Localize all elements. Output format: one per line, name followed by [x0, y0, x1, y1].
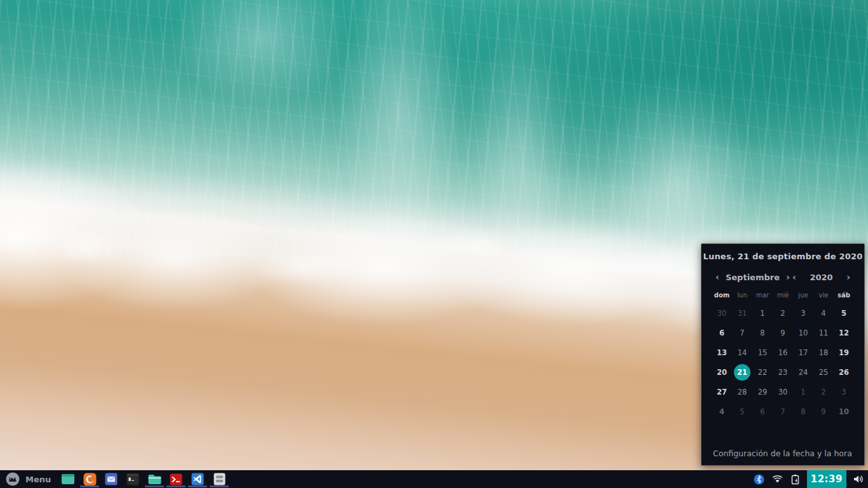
calendar-day[interactable]: 10 [834, 402, 854, 421]
battery-charging-icon [790, 474, 801, 485]
calendar-day-number: 15 [758, 348, 768, 357]
calendar-day[interactable]: 7 [732, 323, 752, 342]
weekday-header: vie [813, 292, 834, 299]
calendar-day-number: 30 [717, 309, 727, 318]
bluetooth-applet[interactable] [750, 470, 768, 488]
show-desktop-button[interactable] [57, 470, 79, 488]
calendar-day[interactable]: 3 [793, 303, 813, 323]
taskbar-app-preferences[interactable] [208, 470, 230, 488]
firefox-icon [83, 473, 97, 486]
weekday-header: mar [752, 292, 773, 299]
calendar-month-nav: ‹ Septiembre › [714, 272, 791, 282]
running-indicator [188, 485, 207, 487]
taskbar-panel: Menu [0, 470, 868, 488]
calendar-day[interactable]: 22 [752, 362, 773, 382]
calendar-day[interactable]: 9 [813, 402, 834, 421]
clock-applet[interactable]: 12:39 [807, 470, 846, 488]
calendar-day-number: 8 [760, 329, 764, 337]
calendar-day[interactable]: 3 [834, 382, 854, 402]
year-prev-button[interactable]: ‹ [791, 272, 797, 282]
power-applet[interactable] [787, 470, 804, 488]
calendar-day-number: 26 [839, 368, 849, 377]
calendar-day[interactable]: 11 [813, 323, 834, 342]
calendar-day[interactable]: 30 [773, 382, 793, 402]
volume-icon [853, 474, 864, 484]
calendar-day-number: 4 [821, 309, 825, 318]
terminal-icon [126, 473, 139, 485]
calendar-day[interactable]: 29 [752, 382, 773, 402]
taskbar-app-terminal[interactable] [122, 470, 144, 488]
calendar-date-title: Lunes, 21 de septiembre de 2020 [702, 252, 864, 261]
calendar-day[interactable]: 8 [793, 402, 813, 421]
network-applet[interactable] [768, 470, 787, 488]
calendar-day-number: 1 [760, 309, 764, 318]
calendar-day[interactable]: 14 [732, 342, 752, 362]
calendar-day[interactable]: 2 [773, 303, 793, 323]
taskbar-app-vscode[interactable] [187, 470, 208, 488]
calendar-day[interactable]: 9 [773, 323, 793, 342]
menu-button[interactable]: Menu [0, 470, 57, 488]
calendar-day[interactable]: 24 [793, 362, 813, 382]
calendar-nav: ‹ Septiembre › ‹ 2020 › [702, 272, 864, 282]
calendar-day-number: 5 [841, 309, 846, 318]
calendar-day[interactable]: 12 [834, 323, 854, 342]
calendar-day[interactable]: 4 [712, 402, 732, 421]
calendar-day[interactable]: 1 [752, 303, 773, 323]
calendar-day[interactable]: 15 [752, 342, 773, 362]
calendar-day-number: 21 [734, 364, 750, 381]
calendar-day[interactable]: 7 [773, 402, 793, 421]
taskbar-app-files[interactable] [144, 470, 165, 488]
calendar-day-number: 2 [821, 388, 825, 396]
calendar-day[interactable]: 31 [732, 303, 752, 323]
calendar-day-number: 6 [760, 407, 764, 416]
calendar-day[interactable]: 5 [834, 303, 854, 323]
calendar-day[interactable]: 27 [712, 382, 732, 402]
calendar-day[interactable]: 18 [813, 342, 834, 362]
month-prev-button[interactable]: ‹ [714, 272, 721, 282]
calendar-day[interactable]: 20 [712, 362, 732, 382]
calendar-day[interactable]: 30 [712, 303, 732, 323]
month-next-button[interactable]: › [785, 272, 791, 282]
calendar-day-number: 20 [717, 368, 727, 377]
calendar-day-number: 28 [738, 388, 747, 396]
calendar-day[interactable]: 19 [834, 342, 854, 362]
calendar-day-number: 7 [740, 329, 744, 337]
calendar-day-number: 29 [758, 388, 768, 396]
calendar-day[interactable]: 2 [813, 382, 834, 402]
calendar-year-nav: ‹ 2020 › [791, 272, 851, 282]
calendar-day[interactable]: 28 [732, 382, 752, 402]
calendar-day[interactable]: 6 [752, 402, 773, 421]
calendar-day[interactable]: 8 [752, 323, 773, 342]
calendar-day[interactable]: 17 [793, 342, 813, 362]
calendar-day[interactable]: 13 [712, 342, 732, 362]
mint-logo-icon [5, 471, 20, 487]
calendar-day[interactable]: 25 [813, 362, 834, 382]
volume-applet[interactable] [849, 470, 868, 488]
calendar-day[interactable]: 26 [834, 362, 854, 382]
calendar-day-number: 10 [799, 329, 808, 337]
taskbar-app-terminal-red[interactable] [165, 470, 187, 488]
calendar-day[interactable]: 1 [793, 382, 813, 402]
weekday-header: sáb [834, 292, 854, 299]
year-next-button[interactable]: › [845, 272, 851, 282]
taskbar-app-firefox[interactable] [79, 470, 100, 488]
calendar-day-number: 7 [780, 407, 785, 416]
bluetooth-icon [754, 474, 764, 485]
calendar-day[interactable]: 16 [773, 342, 793, 362]
show-desktop-icon [61, 473, 75, 485]
calendar-day[interactable]: 5 [732, 402, 752, 421]
taskbar-app-email[interactable] [100, 470, 122, 488]
email-icon [105, 473, 118, 485]
running-indicator [145, 485, 164, 487]
calendar-day[interactable]: 10 [793, 323, 813, 342]
weekday-header: dom [712, 292, 732, 299]
calendar-day-number: 1 [801, 388, 805, 396]
calendar-day[interactable]: 6 [712, 323, 732, 342]
datetime-settings-link[interactable]: Configuración de la fecha y la hora [713, 449, 852, 458]
calendar-day[interactable]: 23 [773, 362, 793, 382]
calendar-day[interactable]: 4 [813, 303, 834, 323]
calendar-day-selected[interactable]: 21 [732, 362, 752, 382]
weekday-header: mié [773, 292, 793, 299]
calendar-day-number: 2 [780, 309, 785, 318]
weekday-header: jue [793, 292, 813, 299]
